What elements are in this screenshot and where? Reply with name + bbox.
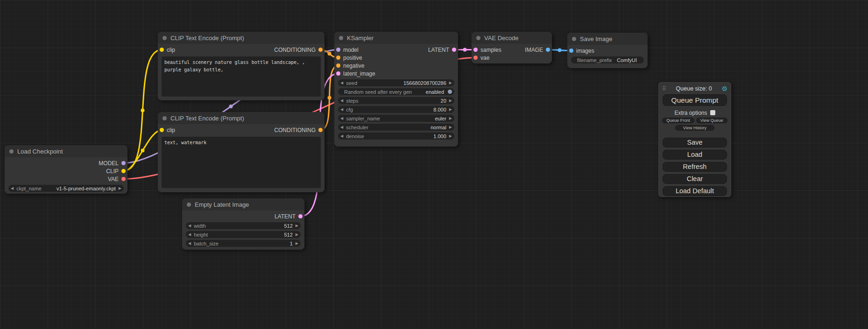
node-ksampler[interactable]: KSampler model positive negative <box>334 32 458 147</box>
widget-height[interactable]: ◀ height 512 ▶ <box>186 231 301 238</box>
queue-front-button[interactable]: Queue Front <box>662 118 694 123</box>
slot-dot-clip[interactable] <box>160 48 164 52</box>
widget-random-seed-toggle[interactable]: Random seed after every gen enabled <box>338 88 454 95</box>
queue-prompt-button[interactable]: Queue Prompt <box>663 94 727 106</box>
node-collapse-dot[interactable] <box>9 149 14 154</box>
decrement-arrow[interactable]: ◀ <box>188 242 191 245</box>
decrement-arrow[interactable]: ◀ <box>340 99 343 103</box>
slot-dot-conditioning[interactable] <box>336 63 340 68</box>
widget-seed[interactable]: ◀ seed 156680208700286 ▶ <box>338 79 454 86</box>
node-title-bar[interactable]: CLIP Text Encode (Prompt) <box>158 32 325 44</box>
widget-cfg[interactable]: ◀ cfg 8.000 ▶ <box>338 106 454 113</box>
increment-arrow[interactable]: ▶ <box>296 233 298 237</box>
slot-dot-conditioning[interactable] <box>318 128 323 132</box>
drag-handle-icon[interactable]: ⠿ <box>662 85 666 92</box>
node-collapse-dot[interactable] <box>572 37 576 41</box>
output-slot-conditioning[interactable]: CONDITIONING <box>231 46 325 54</box>
view-queue-button[interactable]: View Queue <box>696 118 727 123</box>
toggle-dot[interactable] <box>448 90 452 94</box>
increment-arrow[interactable]: ▶ <box>449 81 452 85</box>
widget-scheduler[interactable]: ◀ scheduler normal ▶ <box>338 124 454 131</box>
slot-dot-latent[interactable] <box>298 214 303 218</box>
node-title-bar[interactable]: Save Image <box>567 33 648 45</box>
increment-arrow[interactable]: ▶ <box>449 108 452 112</box>
node-save-image[interactable]: Save Image images filename_prefix ComfyU… <box>567 33 648 68</box>
slot-dot-model[interactable] <box>121 161 126 165</box>
input-slot-images[interactable]: images <box>567 47 648 55</box>
input-slot-latent-image[interactable]: latent_image <box>334 70 458 77</box>
prompt-textarea[interactable]: beautiful scenery nature glass bottle la… <box>162 56 321 97</box>
decrement-arrow[interactable]: ◀ <box>340 108 343 112</box>
node-collapse-dot[interactable] <box>476 36 480 40</box>
increment-arrow[interactable]: ▶ <box>449 99 452 103</box>
view-history-button[interactable]: View History <box>675 125 714 131</box>
node-title-bar[interactable]: KSampler <box>334 32 458 44</box>
node-load-checkpoint[interactable]: Load Checkpoint MODEL CLIP VAE ◀ ckpt_na… <box>5 145 127 194</box>
output-slot-conditioning[interactable]: CONDITIONING <box>231 126 325 134</box>
node-vae-decode[interactable]: VAE Decode samples vae IMAGE <box>472 32 552 63</box>
node-graph-canvas[interactable]: Load Checkpoint MODEL CLIP VAE ◀ ckpt_na… <box>0 0 868 329</box>
slot-dot-image[interactable] <box>569 49 573 53</box>
increment-arrow[interactable]: ▶ <box>449 126 452 129</box>
node-title-bar[interactable]: VAE Decode <box>472 32 552 44</box>
decrement-arrow[interactable]: ◀ <box>340 126 343 129</box>
slot-dot-clip[interactable] <box>160 128 164 132</box>
slot-dot-clip[interactable] <box>121 169 126 173</box>
increment-arrow[interactable]: ▶ <box>449 117 452 120</box>
node-title-bar[interactable]: Empty Latent Image <box>182 198 304 210</box>
widget-width[interactable]: ◀ width 512 ▶ <box>186 222 301 229</box>
decrement-arrow[interactable]: ◀ <box>188 233 191 237</box>
decrement-arrow[interactable]: ◀ <box>340 117 343 120</box>
node-collapse-dot[interactable] <box>339 36 343 40</box>
input-slot-negative[interactable]: negative <box>334 62 458 70</box>
output-slot-image[interactable]: IMAGE <box>515 46 552 54</box>
increment-arrow[interactable]: ▶ <box>119 187 121 190</box>
refresh-button[interactable]: Refresh <box>663 162 727 172</box>
node-empty-latent-image[interactable]: Empty Latent Image LATENT ◀ width 512 ▶ … <box>182 198 304 250</box>
queue-panel-header[interactable]: ⠿ Queue size: 0 ⚙ <box>659 83 731 93</box>
widget-steps[interactable]: ◀ steps 20 ▶ <box>338 97 454 104</box>
node-collapse-dot[interactable] <box>187 203 191 207</box>
load-button[interactable]: Load <box>663 150 727 160</box>
increment-arrow[interactable]: ▶ <box>449 134 452 138</box>
prompt-textarea[interactable]: text, watermark <box>162 137 321 188</box>
slot-dot-latent[interactable] <box>473 48 478 52</box>
node-title-bar[interactable]: Load Checkpoint <box>5 145 127 157</box>
clear-button[interactable]: Clear <box>663 174 727 184</box>
output-slot-clip[interactable]: CLIP <box>5 167 127 175</box>
slot-dot-model[interactable] <box>336 48 340 52</box>
load-default-button[interactable]: Load Default <box>663 186 727 196</box>
output-slot-latent[interactable]: LATENT <box>182 212 304 220</box>
decrement-arrow[interactable]: ◀ <box>340 81 343 85</box>
widget-filename-prefix[interactable]: filename_prefix ComfyUI <box>571 56 644 63</box>
input-slot-vae[interactable]: vae <box>472 54 552 62</box>
node-collapse-dot[interactable] <box>162 116 167 120</box>
decrement-arrow[interactable]: ◀ <box>11 187 14 190</box>
extra-options-checkbox[interactable] <box>710 110 715 115</box>
output-slot-model[interactable]: MODEL <box>5 159 127 167</box>
widget-ckpt-name[interactable]: ◀ ckpt_name v1-5-pruned-emaonly.ckpt ▶ <box>8 185 124 192</box>
output-slot-vae[interactable]: VAE <box>5 175 127 183</box>
settings-gear-icon[interactable]: ⚙ <box>721 85 727 92</box>
output-slot-latent[interactable]: LATENT <box>402 46 458 54</box>
save-button[interactable]: Save <box>663 138 727 147</box>
node-title-bar[interactable]: CLIP Text Encode (Prompt) <box>158 112 325 124</box>
slot-dot-latent[interactable] <box>452 48 456 52</box>
slot-dot-conditioning[interactable] <box>336 56 340 60</box>
input-slot-positive[interactable]: positive <box>334 54 458 62</box>
increment-arrow[interactable]: ▶ <box>296 224 298 228</box>
slot-dot-image[interactable] <box>546 48 550 52</box>
slot-dot-latent[interactable] <box>336 71 340 76</box>
widget-sampler-name[interactable]: ◀ sampler_name euler ▶ <box>338 115 454 122</box>
slot-dot-vae[interactable] <box>121 177 126 181</box>
node-collapse-dot[interactable] <box>162 36 167 40</box>
slot-dot-conditioning[interactable] <box>318 48 323 52</box>
slot-dot-vae[interactable] <box>473 56 478 60</box>
increment-arrow[interactable]: ▶ <box>296 242 298 245</box>
widget-batch-size[interactable]: ◀ batch_size 1 ▶ <box>186 240 301 247</box>
node-clip-text-encode-negative[interactable]: CLIP Text Encode (Prompt) clip CONDITION… <box>158 112 325 192</box>
node-clip-text-encode-positive[interactable]: CLIP Text Encode (Prompt) clip CONDITION… <box>158 32 325 100</box>
widget-denoise[interactable]: ◀ denoise 1.000 ▶ <box>338 133 454 140</box>
decrement-arrow[interactable]: ◀ <box>340 134 343 138</box>
decrement-arrow[interactable]: ◀ <box>188 224 191 228</box>
